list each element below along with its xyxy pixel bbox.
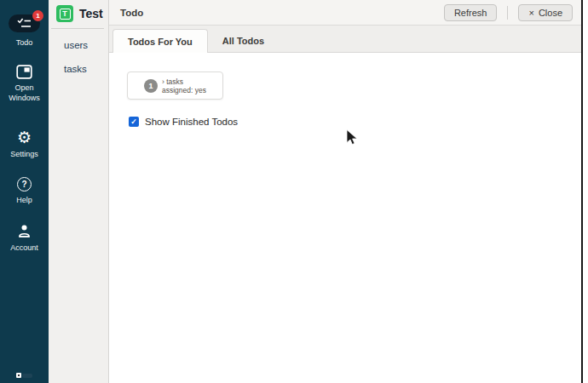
- task-card-subtitle: assigned: yes: [162, 86, 206, 94]
- sidebar-item-users[interactable]: users: [64, 40, 88, 50]
- nav-help-label: Help: [16, 195, 32, 205]
- help-icon: ?: [17, 177, 32, 192]
- notification-badge: 1: [32, 10, 43, 21]
- panel-header: Todo Refresh × Close: [109, 0, 581, 26]
- nav-item-help[interactable]: ? Help: [0, 177, 49, 205]
- tasks-summary-card[interactable]: 1 › tasks assigned: yes: [127, 71, 223, 100]
- show-finished-row[interactable]: ✓ Show Finished Todos: [129, 117, 238, 127]
- show-finished-checkbox[interactable]: ✓: [129, 117, 139, 127]
- close-button[interactable]: × Close: [518, 4, 573, 21]
- window-icon: [16, 65, 32, 79]
- gear-icon: ⚙: [17, 129, 32, 146]
- tab-all-todos[interactable]: All Todos: [208, 29, 279, 52]
- button-separator: [507, 6, 508, 20]
- dot-icon: [16, 373, 21, 378]
- task-card-text: › tasks assigned: yes: [162, 77, 206, 94]
- task-count-badge: 1: [144, 79, 158, 93]
- primary-nav-rail: 1 Todo Open Windows ⚙ Settings ? Help: [0, 0, 49, 383]
- nav-item-open-windows[interactable]: Open Windows: [0, 65, 49, 103]
- sidebar-divider: [51, 28, 104, 29]
- nav-item-account[interactable]: Account: [0, 223, 49, 253]
- header-actions: Refresh × Close: [444, 0, 573, 26]
- app-name: Test: [79, 7, 103, 20]
- close-icon: ×: [528, 8, 533, 18]
- workspace-logo-row[interactable]: T Test: [56, 5, 103, 22]
- nav-open-windows-label-2: Windows: [9, 93, 40, 103]
- tab-content: 1 › tasks assigned: yes ✓ Show Finished …: [109, 53, 581, 383]
- task-card-title: › tasks: [162, 77, 183, 86]
- person-icon: [16, 223, 32, 239]
- sidebar-item-tasks[interactable]: tasks: [64, 64, 87, 74]
- nav-settings-label: Settings: [10, 149, 38, 159]
- dot-pill: [22, 374, 32, 378]
- app-window: 1 Todo Open Windows ⚙ Settings ? Help: [0, 0, 583, 383]
- panel-title: Todo: [120, 8, 143, 18]
- rail-bottom-indicator: [16, 373, 32, 378]
- workspace-sidebar: T Test users tasks: [49, 0, 109, 383]
- tab-bar: Todos For You All Todos: [109, 26, 581, 53]
- nav-item-todo[interactable]: 1 Todo: [0, 14, 49, 48]
- checklist-icon: [17, 18, 32, 29]
- app-logo-icon: T: [56, 5, 73, 22]
- nav-todo-label: Todo: [16, 37, 33, 48]
- refresh-button[interactable]: Refresh: [444, 4, 498, 21]
- nav-open-windows-label-1: Open: [14, 83, 33, 93]
- todo-active-pill: 1: [9, 14, 40, 32]
- tab-todos-for-you[interactable]: Todos For You: [112, 29, 208, 53]
- nav-account-label: Account: [10, 243, 38, 253]
- nav-item-settings[interactable]: ⚙ Settings: [0, 129, 49, 159]
- show-finished-label: Show Finished Todos: [145, 117, 238, 127]
- main-panel: Todo Refresh × Close Todos For You All T…: [109, 0, 581, 383]
